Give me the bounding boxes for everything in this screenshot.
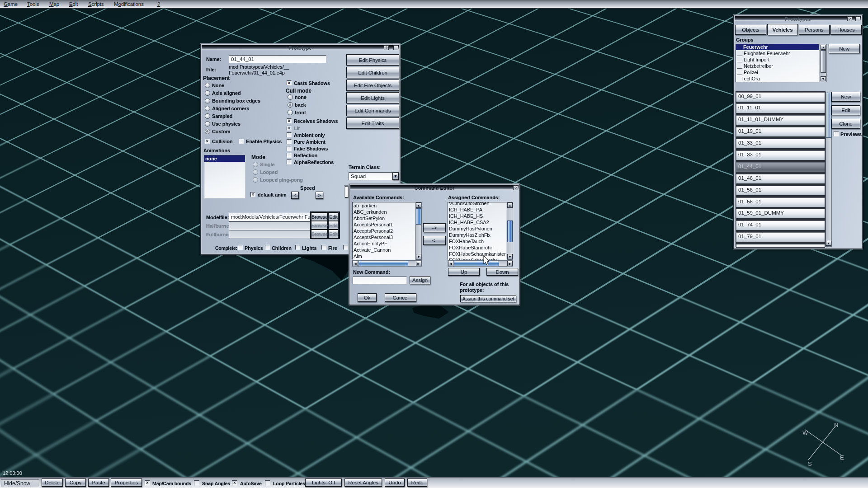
svg-text:E: E (840, 454, 844, 461)
svg-text:W: W (802, 429, 808, 436)
svg-text:S: S (808, 460, 812, 467)
svg-text:N: N (834, 422, 838, 428)
